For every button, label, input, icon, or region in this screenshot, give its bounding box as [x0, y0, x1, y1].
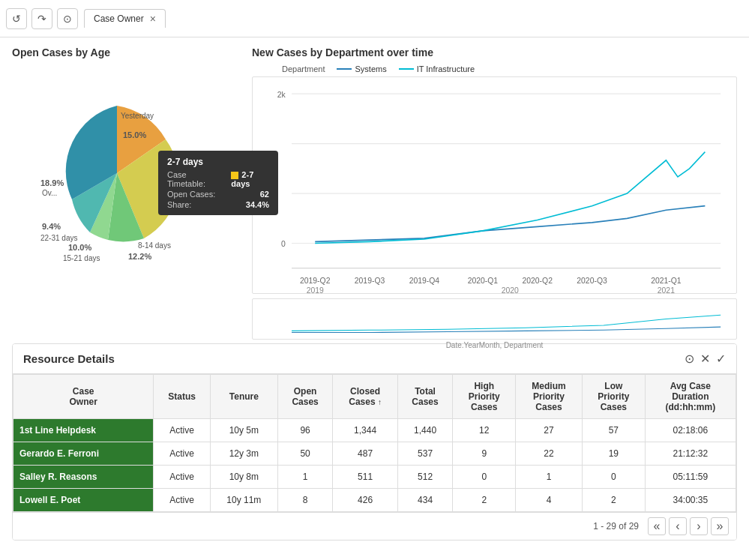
chart-legend: Department Systems IT Infrastructure [252, 64, 737, 73]
pie-chart-section: Open Cases by Age Yesterday [12, 46, 237, 331]
cell-status-3: Active [154, 489, 211, 512]
cell-status-0: Active [154, 419, 211, 442]
y-label-2k: 2k [277, 89, 286, 98]
cell-avg-dur-0: 02:18:06 [645, 419, 736, 442]
col-header-total-cases: TotalCases [397, 375, 453, 419]
table-footer: 1 - 29 of 29 « ‹ › » [13, 512, 736, 540]
cell-high-0: 12 [453, 419, 516, 442]
label-15-21: 15-21 days [63, 254, 100, 262]
x-axis-title: Date.YearMonth, Department [252, 341, 737, 349]
x-sublabel-2019: 2019 [307, 286, 324, 293]
cell-medium-3: 4 [516, 489, 583, 512]
cell-total-0: 1,440 [397, 419, 453, 442]
table-row: Salley R. Reasons Active 10y 8m 1 511 51… [13, 466, 736, 489]
line-chart-mini [252, 298, 737, 340]
cell-closed-2: 511 [333, 466, 397, 489]
col-header-status: Status [154, 375, 211, 419]
legend-systems-label: Systems [355, 64, 386, 73]
line-chart-area: 2k 0 Cumul... 2019-Q2 2019-Q3 2019-Q4 20… [252, 76, 737, 294]
line-chart-section: New Cases by Department over time Depart… [252, 46, 737, 331]
pct-15-21: 10.0% [68, 243, 91, 252]
pct-over: 18.9% [40, 178, 64, 187]
line-chart-title: New Cases by Department over time [252, 46, 737, 58]
table-settings-icon[interactable]: ⊙ [685, 352, 694, 366]
first-page-button[interactable]: « [648, 517, 666, 535]
pagination-controls: « ‹ › » [648, 517, 729, 535]
x-label-2019q4: 2019-Q4 [409, 275, 439, 284]
label-over: Ov... [42, 189, 57, 197]
resource-table: CaseOwner Status Tenure OpenCases Closed… [13, 374, 736, 512]
tooltip-row-3: Share: 34.4% [167, 200, 269, 209]
pct-yesterday: 15.0% [123, 130, 146, 139]
top-bar: ↺ ↷ ⊙ Case Owner × [0, 0, 749, 37]
col-header-open-cases: OpenCases [277, 375, 333, 419]
x-label-2021q1: 2021-Q1 [651, 275, 681, 284]
cell-case-owner-1: Gerardo E. Ferroni [13, 442, 154, 466]
pct-22-31: 9.4% [42, 222, 61, 231]
col-header-closed-cases[interactable]: ClosedCases ↑ [333, 375, 397, 419]
prev-page-button[interactable]: ‹ [669, 517, 687, 535]
table-row: Gerardo E. Ferroni Active 12y 3m 50 487 … [13, 442, 736, 466]
cell-tenure-3: 10y 11m [210, 489, 277, 512]
resource-title: Resource Details [23, 352, 115, 365]
pct-8-14: 12.2% [128, 252, 151, 261]
main-content: Open Cases by Age Yesterday [0, 37, 749, 560]
cell-open-2: 1 [277, 466, 333, 489]
cell-tenure-1: 12y 3m [210, 442, 277, 466]
col-header-tenure: Tenure [210, 375, 277, 419]
case-owner-tab[interactable]: Case Owner × [84, 9, 166, 28]
cell-low-1: 19 [582, 442, 645, 466]
tab-label: Case Owner [94, 13, 144, 24]
y-label-0: 0 [281, 239, 286, 248]
col-header-medium-priority: MediumPriorityCases [516, 375, 583, 419]
cell-case-owner-2: Salley R. Reasons [13, 466, 154, 489]
x-label-2019q3: 2019-Q3 [355, 275, 385, 284]
col-header-avg-duration: Avg CaseDuration(dd:hh:mm) [645, 375, 736, 419]
cell-total-2: 512 [397, 466, 453, 489]
last-page-button[interactable]: » [711, 517, 729, 535]
tab-close-button[interactable]: × [150, 13, 156, 25]
table-row: 1st Line Helpdesk Active 10y 5m 96 1,344… [13, 419, 736, 442]
cell-case-owner-3: Lowell E. Poet [13, 489, 154, 512]
x-sublabel-2020: 2020 [502, 286, 519, 293]
cell-medium-2: 1 [516, 466, 583, 489]
settings-button[interactable]: ⊙ [57, 8, 78, 29]
pie-chart-container: Yesterday 15.0% 34.4% 8-14 days 12.2% 15… [12, 64, 222, 274]
table-header-row: CaseOwner Status Tenure OpenCases Closed… [13, 375, 736, 419]
cell-open-0: 96 [277, 419, 333, 442]
x-sublabel-2021: 2021 [658, 286, 675, 293]
cell-closed-1: 487 [333, 442, 397, 466]
label-22-31: 22-31 days [40, 234, 77, 242]
cell-total-3: 434 [397, 489, 453, 512]
cell-closed-3: 426 [333, 489, 397, 512]
cell-high-2: 0 [453, 466, 516, 489]
pagination-info: 1 - 29 of 29 [593, 521, 639, 532]
x-label-2019q2: 2019-Q2 [300, 275, 330, 284]
next-page-button[interactable]: › [690, 517, 708, 535]
resource-icons: ⊙ ✕ ✓ [685, 352, 726, 366]
table-scroll-container[interactable]: CaseOwner Status Tenure OpenCases Closed… [13, 374, 736, 512]
label-8-14: 8-14 days [138, 241, 171, 250]
cell-low-2: 0 [582, 466, 645, 489]
cell-status-2: Active [154, 466, 211, 489]
line-chart-svg: 2k 0 Cumul... 2019-Q2 2019-Q3 2019-Q4 20… [253, 77, 736, 293]
cell-medium-1: 22 [516, 442, 583, 466]
redo-button[interactable]: ↷ [31, 8, 52, 29]
cell-open-1: 50 [277, 442, 333, 466]
legend-systems: Systems [337, 64, 386, 73]
table-check-icon[interactable]: ✓ [716, 352, 726, 366]
table-body: 1st Line Helpdesk Active 10y 5m 96 1,344… [13, 419, 736, 512]
table-close-icon[interactable]: ✕ [700, 352, 710, 366]
x-label-2020q3: 2020-Q3 [577, 275, 607, 284]
undo-button[interactable]: ↺ [6, 8, 27, 29]
cell-avg-dur-2: 05:11:59 [645, 466, 736, 489]
cell-avg-dur-1: 21:12:32 [645, 442, 736, 466]
cell-closed-0: 1,344 [333, 419, 397, 442]
mini-chart-svg [253, 299, 736, 339]
col-header-high-priority: HighPriorityCases [453, 375, 516, 419]
x-label-2020q1: 2020-Q1 [468, 275, 498, 284]
tooltip-title: 2-7 days [167, 157, 269, 167]
cell-avg-dur-3: 34:00:35 [645, 489, 736, 512]
tooltip-row-2: Open Cases: 62 [167, 190, 269, 199]
legend-it-infra-label: IT Infrastructure [417, 64, 475, 73]
